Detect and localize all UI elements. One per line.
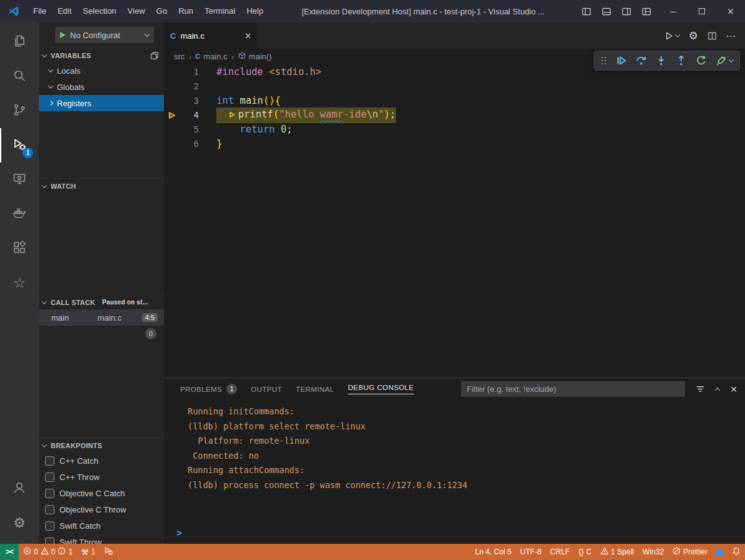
source-control-icon xyxy=(12,102,27,119)
activity-item-wamr-ide-star[interactable]: ☆ xyxy=(0,266,39,300)
code-line[interactable]: 6} xyxy=(164,137,745,151)
activity-item-remote-explorer[interactable] xyxy=(0,162,39,197)
code-line[interactable]: 4 printf("hello wamr-ide\n"); xyxy=(164,108,745,122)
menu-item-edit[interactable]: Edit xyxy=(52,0,77,22)
close-button[interactable]: ✕ xyxy=(716,0,745,22)
eol-status[interactable]: CRLF xyxy=(546,544,574,560)
menu-item-file[interactable]: File xyxy=(28,0,52,22)
collapse-all-icon[interactable] xyxy=(150,51,159,60)
more-actions-icon[interactable]: ··· xyxy=(726,31,736,41)
breadcrumb-src[interactable]: src xyxy=(174,52,185,61)
activity-item-source-control[interactable] xyxy=(0,94,39,128)
menu-item-view[interactable]: View xyxy=(122,0,151,22)
debug-sidebar: No Configurat VARIABLES LocalsGlobalsReg… xyxy=(39,22,164,544)
step-out-icon[interactable] xyxy=(676,55,687,66)
breadcrumb-symbol[interactable]: main() xyxy=(238,52,272,61)
variables-section-header[interactable]: VARIABLES xyxy=(39,48,164,62)
notifications-status[interactable] xyxy=(727,544,745,560)
console-prompt[interactable]: > xyxy=(176,528,182,539)
panel-tab-problems[interactable]: PROBLEMS1 xyxy=(180,378,237,400)
breakpoint-item[interactable]: C++ Catch xyxy=(39,452,164,469)
code-line[interactable]: 2 xyxy=(164,79,745,94)
formatter-status[interactable]: Prettier xyxy=(668,544,712,560)
variables-item-globals[interactable]: Globals xyxy=(39,79,164,95)
debug-console-output[interactable]: Running initCommands:(lldb) platform sel… xyxy=(164,400,745,492)
activity-item-explorer[interactable] xyxy=(0,25,39,59)
close-tab-icon[interactable]: ✕ xyxy=(245,31,251,41)
minimize-button[interactable]: ─ xyxy=(659,0,687,22)
activity-item-accounts[interactable] xyxy=(0,471,39,506)
menu-item-terminal[interactable]: Terminal xyxy=(199,0,241,22)
menu-item-selection[interactable]: Selection xyxy=(77,0,121,22)
watch-section-header[interactable]: WATCH xyxy=(39,178,164,193)
activity-item-settings[interactable]: ⚙ xyxy=(0,506,39,540)
code-line[interactable]: 3int main(){ xyxy=(164,94,745,108)
cursor-position[interactable]: Ln 4, Col 5 xyxy=(471,544,516,560)
menu-item-run[interactable]: Run xyxy=(173,0,199,22)
tools-status[interactable]: ⚒ 1 xyxy=(77,544,99,560)
step-into-icon[interactable] xyxy=(656,55,667,66)
toggle-panel-icon[interactable] xyxy=(597,0,615,22)
split-editor-icon[interactable] xyxy=(707,31,717,41)
debug-config-dropdown[interactable]: No Configurat xyxy=(55,27,154,43)
maximize-panel-icon[interactable] xyxy=(716,388,719,391)
code-line[interactable]: 5 return 0; xyxy=(164,122,745,137)
info-icon xyxy=(58,547,66,557)
toolbar-grip-icon[interactable] xyxy=(601,56,607,66)
panel-tab-debug-console[interactable]: DEBUG CONSOLE xyxy=(348,378,414,400)
breakpoint-item[interactable]: C++ Throw xyxy=(39,469,164,485)
toggle-secondary-sidebar-icon[interactable] xyxy=(617,0,635,22)
customize-layout-icon[interactable] xyxy=(637,0,655,22)
code-area[interactable]: 1#include <stdio.h>23int main(){4 printf… xyxy=(164,65,745,151)
code-editor[interactable]: src › C main.c › main() 1#include <stdio… xyxy=(164,49,745,378)
extension-status[interactable] xyxy=(712,544,727,560)
close-panel-icon[interactable]: ✕ xyxy=(730,384,737,394)
breakpoint-item[interactable]: Objective C Catch xyxy=(39,485,164,501)
breakpoint-item[interactable]: Swift Throw xyxy=(39,534,164,544)
toggle-sidebar-icon[interactable] xyxy=(577,0,595,22)
language-mode[interactable]: {} C xyxy=(574,544,596,560)
problems-status[interactable]: 0 0 1 xyxy=(19,544,77,560)
breakpoint-checkbox[interactable] xyxy=(45,456,54,466)
step-over-icon[interactable] xyxy=(636,55,647,66)
breadcrumb-file[interactable]: C main.c xyxy=(195,52,227,61)
maximize-button[interactable] xyxy=(687,0,716,22)
menu-item-help[interactable]: Help xyxy=(241,0,269,22)
encoding-status[interactable]: UTF-8 xyxy=(516,544,546,560)
breakpoint-checkbox[interactable] xyxy=(45,538,54,544)
breakpoint-checkbox[interactable] xyxy=(45,472,54,482)
restart-icon[interactable] xyxy=(696,55,707,66)
chevron-right-icon: › xyxy=(231,51,235,62)
gear-icon[interactable]: ⚙ xyxy=(689,29,698,42)
console-line: Running attachCommands: xyxy=(188,463,745,478)
call-stack-frame[interactable]: mainmain.c4:5 xyxy=(39,309,164,326)
breakpoints-section-header[interactable]: BREAKPOINTS xyxy=(39,438,164,452)
tab-main-c[interactable]: C main.c ✕ xyxy=(164,22,258,49)
breakpoint-checkbox[interactable] xyxy=(45,505,54,514)
start-debugging-icon[interactable] xyxy=(60,32,66,38)
breakpoint-item[interactable]: Objective C Throw xyxy=(39,501,164,518)
debug-status[interactable] xyxy=(99,544,118,560)
breakpoint-checkbox[interactable] xyxy=(45,489,54,498)
menu-item-go[interactable]: Go xyxy=(151,0,173,22)
platform-status[interactable]: Win32 xyxy=(638,544,668,560)
call-stack-section-header[interactable]: CALL STACK Paused on st... xyxy=(39,294,164,309)
activity-item-run-and-debug[interactable]: 1 xyxy=(0,128,39,162)
filter-lines-icon[interactable] xyxy=(696,384,705,394)
variables-item-registers[interactable]: Registers xyxy=(39,95,164,111)
activity-item-docker[interactable] xyxy=(0,197,39,231)
console-filter-input[interactable] xyxy=(461,381,685,397)
run-file-button[interactable] xyxy=(664,31,679,41)
continue-icon[interactable] xyxy=(616,55,627,66)
panel-tab-terminal[interactable]: TERMINAL xyxy=(296,378,334,400)
panel-tab-output[interactable]: OUTPUT xyxy=(251,378,282,400)
explorer-icon xyxy=(12,34,27,51)
activity-item-search[interactable] xyxy=(0,59,39,94)
remote-indicator[interactable]: >< xyxy=(0,544,19,560)
spell-checker-status[interactable]: 1 Spell xyxy=(596,544,639,560)
variables-item-locals[interactable]: Locals xyxy=(39,62,164,79)
disconnect-icon[interactable] xyxy=(716,55,733,66)
activity-item-extensions[interactable] xyxy=(0,231,39,266)
breakpoint-item[interactable]: Swift Catch xyxy=(39,518,164,534)
breakpoint-checkbox[interactable] xyxy=(45,521,54,531)
